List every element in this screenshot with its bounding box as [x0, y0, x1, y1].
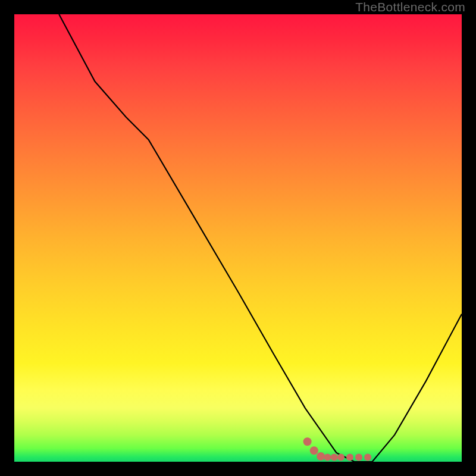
plot-group	[59, 14, 462, 462]
chart-svg	[14, 14, 462, 462]
main-curve-path	[59, 14, 462, 462]
marker-dot	[310, 446, 318, 455]
marker-dot	[303, 437, 312, 446]
marker-dot	[317, 452, 325, 461]
marker-dot	[324, 454, 331, 461]
marker-dot	[355, 454, 362, 461]
marker-dot	[346, 454, 353, 461]
marker-dot	[364, 454, 371, 461]
marker-dot	[337, 454, 345, 461]
marker-dot	[331, 454, 338, 461]
chart-area	[14, 14, 462, 462]
watermark-text: TheBottleneck.com	[355, 0, 465, 14]
